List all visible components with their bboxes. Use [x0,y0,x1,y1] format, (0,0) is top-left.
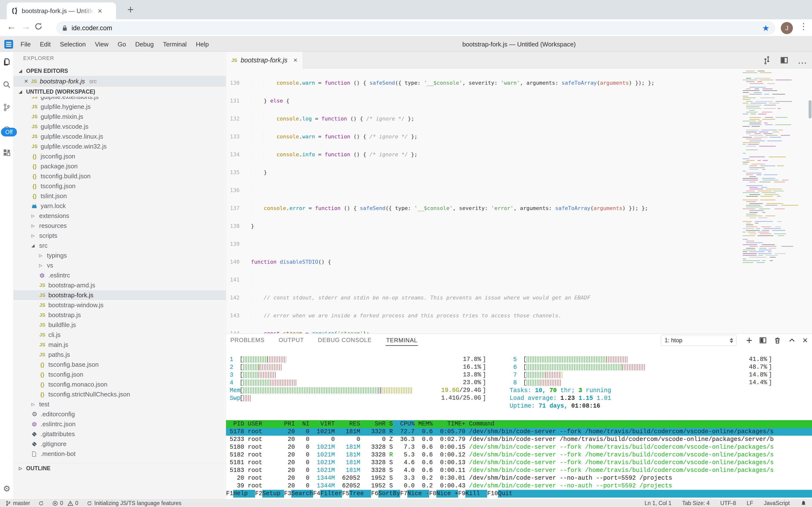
tree-item[interactable]: ▷vs [13,261,226,270]
code-line[interactable]: 143// error when we are inside a forked … [226,311,741,320]
tree-item[interactable]: JSgulpfile.vscode.win32.js [13,142,226,152]
settings-gear-icon[interactable]: ⚙ [2,484,12,494]
tree-item[interactable]: JSbuildfile.js [13,320,226,330]
tree-item[interactable]: .eslintrc.json [13,419,226,429]
tree-item[interactable]: JSgulpfile.vscode.linux.js [13,131,226,142]
code-line[interactable]: 131} else { [226,96,741,105]
code-line[interactable]: 136 [226,186,741,195]
kill-terminal-icon[interactable] [773,336,781,344]
split-terminal-icon[interactable] [759,336,767,344]
close-panel-icon[interactable]: × [803,335,808,345]
menu-item-selection[interactable]: Selection [55,41,90,48]
browser-tab[interactable]: bootstrap-fork.js — Untitled (W × [7,2,116,19]
tree-item[interactable]: JSgulpfile.vscode.js [13,122,226,131]
tree-item[interactable]: {}tsconfig.json [13,370,226,380]
outline-header[interactable]: ▷ OUTLINE [13,463,226,473]
browser-tab-close-icon[interactable]: × [98,7,102,15]
workspace-header[interactable]: ◢ UNTITLED (WORKSPACE) [13,87,226,97]
fkey-f10[interactable]: F10 [487,490,498,498]
split-editor-icon[interactable] [780,56,788,64]
status-tab-size-4[interactable]: Tab Size: 4 [682,500,710,507]
tree-item[interactable]: JSgulpfile.hygiene.js [13,102,226,112]
tree-item[interactable]: JSmain.js [13,340,226,350]
code-line[interactable]: 129console.log = function () { safeSend(… [226,69,741,69]
editor-scrollbar[interactable] [809,100,812,118]
minimap[interactable] [742,71,790,269]
tree-item[interactable]: ▷test [13,399,226,409]
problems-item[interactable]: 0 0 [52,500,78,507]
open-changes-icon[interactable] [763,56,771,64]
panel-tab-debug-console[interactable]: DEBUG CONSOLE [318,337,372,343]
new-terminal-icon[interactable]: + [746,337,752,344]
new-tab-button[interactable]: + [125,4,136,15]
code-line[interactable]: 142// const stdout, stderr and stdin be … [226,293,741,302]
tree-item[interactable]: {}tsconfig.build.json [13,171,226,181]
notifications-bell-icon[interactable] [800,500,807,507]
tree-item[interactable]: .mention-bot [13,449,226,459]
tree-item[interactable]: ▷extensions [13,211,226,221]
code-line[interactable]: 144const stream = require('stream'); [226,329,741,333]
fkey-f6[interactable]: F6 [371,490,378,498]
source-control-icon[interactable] [2,103,12,112]
tree-item[interactable]: .eslintrc [13,270,226,280]
fkey-f2[interactable]: F2 [255,490,262,498]
back-button[interactable]: ← [5,21,17,32]
status-utf-8[interactable]: UTF-8 [721,500,736,507]
branch-item[interactable]: master [5,500,30,507]
status-lf[interactable]: LF [747,500,753,507]
tree-item[interactable]: {}tsconfig.json [13,181,226,191]
tree-item[interactable]: .gitattributes [13,429,226,439]
tab-close-icon[interactable]: × [294,56,297,64]
explorer-icon[interactable] [2,57,12,67]
tree-item[interactable]: yarn.lock [13,201,226,211]
tree-item[interactable]: {}tslint.json [13,191,226,201]
status-ln-1-col-1[interactable]: Ln 1, Col 1 [645,500,672,507]
tree-item[interactable]: JSbootstrap.js [13,310,226,320]
code-line[interactable]: 137console.error = function () { safeSen… [226,204,741,213]
tree-item[interactable]: {}package.json [13,161,226,171]
forward-button[interactable]: → [20,21,32,32]
extensions-icon[interactable] [2,148,12,158]
panel-tab-output[interactable]: OUTPUT [278,337,304,343]
more-actions-icon[interactable]: … [798,58,807,63]
offline-badge[interactable]: Off [1,128,17,136]
code-line[interactable]: 138} [226,222,741,230]
panel-tab-terminal[interactable]: TERMINAL [386,335,418,346]
fkey-f5[interactable]: F5 [342,490,349,498]
reload-button[interactable] [34,22,46,31]
url-bar[interactable]: ide.coder.com ★ [56,21,775,35]
open-editor-item[interactable]: × JS bootstrap-fork.js src [13,76,226,87]
tree-item[interactable]: JSbootstrap-amd.js [13,280,226,290]
fkey-f7[interactable]: F7 [400,490,407,498]
menu-item-file[interactable]: File [16,41,35,48]
language-status-item[interactable]: Initializing JS/TS language features [86,500,182,507]
terminal[interactable]: 1[17.8%]2[16.1%]3[13.8%]4[23.0%]5[41.8%]… [226,347,812,499]
close-icon[interactable]: × [24,77,28,85]
code-line[interactable]: 139 [226,239,741,248]
tree-item[interactable]: {}jsconfig.json [13,152,226,161]
status-javascript[interactable]: JavaScript [764,500,790,507]
code-line[interactable]: 135} [226,168,741,177]
tree-item[interactable]: JSgulpfile.mixin.js [13,112,226,122]
menu-item-debug[interactable]: Debug [131,41,158,48]
code-line[interactable]: 134console.info = function () { /* ignor… [226,150,741,159]
menu-item-terminal[interactable]: Terminal [158,41,191,48]
sync-item[interactable] [38,501,44,506]
tree-item[interactable]: {}tsconfig.strictNullChecks.json [13,389,226,399]
tree-item[interactable]: ▷resources [13,221,226,231]
browser-menu-icon[interactable]: ⋮ [799,21,808,32]
menu-item-view[interactable]: View [90,41,113,48]
fkey-f8[interactable]: F8 [429,490,436,498]
tree-item[interactable]: JSbootstrap-window.js [13,300,226,310]
maximize-panel-icon[interactable] [788,336,796,344]
code-line[interactable]: 140function disableSTDIO() { [226,258,741,266]
code-line[interactable]: 141 [226,275,741,284]
panel-tab-problems[interactable]: PROBLEMS [230,337,264,343]
tree-item[interactable]: JSpaths.js [13,350,226,360]
tree-item[interactable]: JScli.js [13,330,226,340]
fkey-f1[interactable]: F1 [226,490,233,498]
tree-item[interactable]: ◢src [13,241,226,250]
app-logo-icon[interactable] [4,40,13,49]
tree-item[interactable]: ▷scripts [13,231,226,241]
menu-item-go[interactable]: Go [113,41,131,48]
